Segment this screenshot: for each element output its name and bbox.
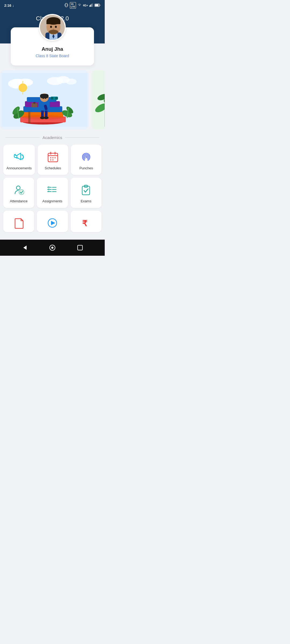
grid-item-assignments[interactable]: Assignments [37,178,68,208]
banner-carousel[interactable] [0,70,105,129]
grid-row-1: Announcements Schedules [3,145,102,175]
svg-point-94 [51,247,53,249]
svg-rect-7 [89,5,90,7]
svg-point-21 [55,26,57,28]
notes-icon [13,217,25,229]
svg-point-55 [51,97,53,100]
status-right: VoLTE 4G+ [64,2,100,9]
announcements-label: Announcements [6,166,32,170]
academics-title: Academics [42,135,62,140]
svg-point-29 [66,79,77,85]
svg-point-80 [19,190,24,195]
illustration-1 [0,70,89,129]
svg-marker-92 [23,246,27,250]
svg-point-20 [50,26,52,28]
punches-label: Punches [79,166,93,170]
svg-rect-9 [91,4,92,7]
svg-rect-40 [28,111,30,123]
assignments-label: Assignments [42,199,62,203]
schedules-icon [47,151,59,163]
svg-point-23 [53,29,54,30]
exams-icon [80,184,92,196]
attendance-label: Attendance [10,199,28,203]
assignments-icon [46,184,58,196]
carousel-card-2[interactable] [92,70,105,129]
download-icon: ↓ [12,3,14,8]
svg-point-22 [49,30,58,34]
svg-rect-51 [31,103,37,107]
svg-text:₹: ₹ [82,219,88,228]
wifi-icon [77,3,82,7]
svg-rect-8 [90,5,91,7]
grid-item-punches[interactable]: Punches [71,145,102,175]
svg-rect-52 [33,102,35,104]
grid-item-attendance[interactable]: Attendance [3,178,34,208]
svg-marker-90 [51,221,55,225]
academics-section-header: Academics [0,129,105,142]
academics-grid: Announcements Schedules [0,142,105,237]
grid-item-exams[interactable]: Exams [71,178,102,208]
bottom-navigation [0,240,105,256]
section-line-left [5,137,40,138]
carousel-card-1[interactable] [0,70,89,129]
recents-button[interactable] [76,243,84,252]
svg-point-76 [50,159,51,160]
svg-point-62 [44,116,49,119]
svg-point-78 [16,186,20,190]
svg-rect-19 [46,21,60,24]
svg-rect-0 [66,3,67,7]
svg-point-60 [45,97,46,99]
section-line-right [65,137,99,138]
svg-rect-58 [40,94,49,98]
grid-item-announcements[interactable]: Announcements [3,145,35,175]
svg-point-75 [55,157,56,158]
schedules-label: Schedules [45,166,61,170]
attendance-icon [13,184,25,196]
grid-row-2: Attendance Assignments [3,178,102,208]
svg-point-74 [52,157,53,158]
network-4g: 4G+ [83,4,88,7]
svg-rect-95 [78,245,82,250]
profile-card: Anuj Jha Class 8 State Board [11,27,94,65]
svg-point-56 [55,97,58,100]
grid-item-notes[interactable] [3,211,34,232]
grid-row-3: ₹ [3,211,102,232]
svg-rect-10 [92,3,93,7]
fees-icon: ₹ [80,217,92,229]
user-name: Anuj Jha [16,46,89,52]
grid-item-fees[interactable]: ₹ [71,211,102,232]
status-bar: 2:16 ↓ VoLTE 4G+ [0,0,105,11]
videos-icon [46,217,58,229]
time-display: 2:16 [4,3,11,8]
vibrate-icon [64,3,68,8]
carousel-wrapper [0,70,105,129]
volte-badge: VoLTE [70,2,76,9]
signal-icon [89,3,93,8]
back-button[interactable] [20,243,29,252]
avatar [39,14,66,41]
grid-item-videos[interactable] [37,211,68,232]
svg-rect-12 [95,4,99,6]
svg-point-59 [42,97,44,99]
home-button[interactable] [48,243,57,252]
battery-icon [95,3,100,8]
svg-point-30 [19,83,27,92]
svg-point-77 [52,159,53,160]
status-left: 2:16 ↓ [4,3,14,8]
user-class: Class 8 State Board [16,54,89,58]
grid-item-schedules[interactable]: Schedules [38,145,68,175]
exams-label: Exams [81,199,91,203]
announcements-icon [13,151,25,163]
svg-point-73 [50,157,51,158]
punches-icon [80,151,92,163]
